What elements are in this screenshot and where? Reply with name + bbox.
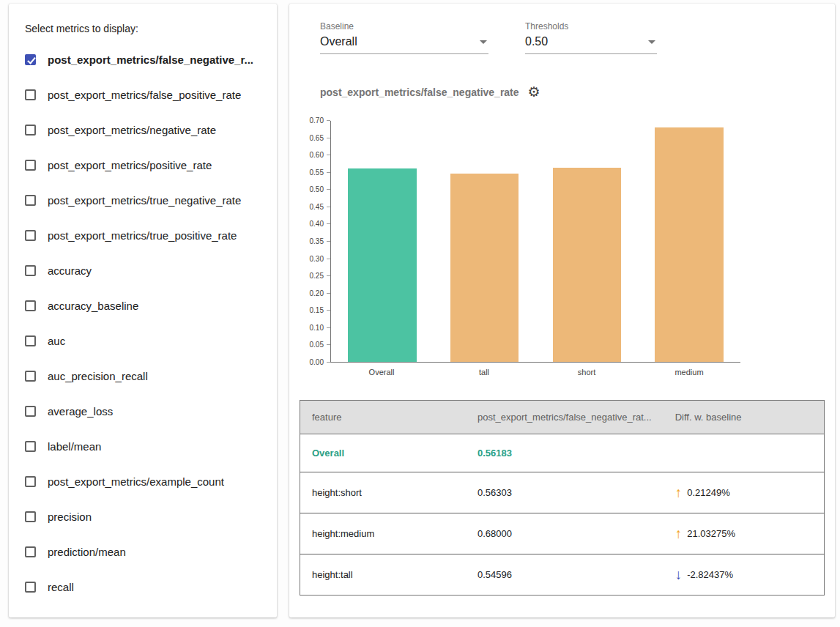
checkbox-unchecked-icon[interactable] — [25, 335, 36, 346]
feature-cell: height:short — [300, 472, 466, 513]
bar-Overall[interactable] — [348, 168, 417, 362]
feature-cell: height:medium — [300, 513, 466, 554]
bar-slot — [536, 121, 639, 362]
arrow-down-icon: ↓ — [675, 568, 683, 582]
metric-checkbox-item[interactable]: prediction/mean — [25, 534, 268, 569]
diff-inner: ↓-2.82437% — [675, 568, 812, 582]
checkbox-unchecked-icon[interactable] — [25, 125, 36, 136]
diff-cell: ↑0.21249% — [664, 472, 825, 513]
metric-checkbox-item[interactable]: post_export_metrics/positive_rate — [25, 147, 268, 182]
metric-label: post_export_metrics/negative_rate — [48, 124, 216, 136]
chart-header: post_export_metrics/false_negative_rate … — [320, 85, 825, 99]
y-axis-tick-label: 0.25 — [310, 272, 324, 280]
checkbox-unchecked-icon[interactable] — [25, 476, 36, 487]
x-axis-label: Overall — [330, 368, 433, 376]
x-axis-label: tall — [433, 368, 535, 376]
y-axis-tick-label: 0.30 — [310, 256, 324, 263]
checkbox-checked-icon[interactable] — [25, 54, 36, 65]
x-axis-labels: Overalltallshortmedium — [330, 363, 740, 376]
bar-tall[interactable] — [450, 174, 519, 362]
thresholds-dropdown-label: Thresholds — [525, 21, 657, 31]
thresholds-dropdown[interactable]: Thresholds 0.50 — [525, 21, 657, 54]
checkbox-unchecked-icon[interactable] — [25, 511, 36, 522]
metric-list: post_export_metrics/false_negative_r...p… — [25, 42, 268, 604]
chart-controls: Baseline Overall Thresholds 0.50 — [300, 21, 825, 54]
table-header-row: featurepost_export_metrics/false_negativ… — [300, 401, 825, 434]
table-row: Overall0.56183 — [300, 434, 825, 472]
metric-checkbox-item[interactable]: accuracy_baseline — [25, 288, 268, 323]
diff-inner: ↑0.21249% — [675, 486, 812, 500]
chevron-down-icon — [480, 40, 487, 44]
diff-value: 21.03275% — [687, 528, 735, 539]
checkbox-unchecked-icon[interactable] — [25, 546, 36, 557]
thresholds-dropdown-value-row[interactable]: 0.50 — [525, 35, 657, 54]
y-axis-tick-label: 0.45 — [310, 204, 324, 211]
baseline-dropdown-value-row[interactable]: Overall — [320, 35, 488, 54]
metric-label: recall — [48, 581, 74, 593]
metric-checkbox-item[interactable]: accuracy — [25, 253, 268, 288]
metric-checkbox-item[interactable]: post_export_metrics/true_negative_rate — [25, 182, 268, 218]
checkbox-unchecked-icon[interactable] — [25, 406, 36, 417]
metric-checkbox-item[interactable]: recall — [25, 569, 268, 604]
metric-label: label/mean — [48, 440, 101, 453]
checkbox-unchecked-icon[interactable] — [25, 265, 36, 276]
checkbox-unchecked-icon[interactable] — [25, 371, 36, 382]
metrics-display-panel: Baseline Overall Thresholds 0.50 post_ex… — [289, 4, 835, 617]
bar-chart: 0.000.050.100.150.200.250.300.350.400.45… — [302, 121, 825, 376]
checkbox-unchecked-icon[interactable] — [25, 89, 36, 100]
table-row: height:short0.56303↑0.21249% — [300, 472, 825, 513]
y-axis-tick-label: 0.50 — [310, 186, 324, 193]
metric-select-title: Select metrics to display: — [25, 23, 268, 34]
checkbox-unchecked-icon[interactable] — [25, 300, 36, 311]
metric-checkbox-item[interactable]: auc — [25, 323, 268, 358]
checkbox-unchecked-icon[interactable] — [25, 230, 36, 241]
y-axis-tick-label: 0.70 — [310, 117, 324, 125]
table-row: height:medium0.68000↑21.03275% — [300, 513, 825, 554]
thresholds-dropdown-value: 0.50 — [525, 35, 548, 48]
metric-label: accuracy — [48, 264, 92, 277]
metric-checkbox-item[interactable]: post_export_metrics/negative_rate — [25, 112, 268, 147]
value-cell: 0.56303 — [466, 472, 664, 513]
checkbox-unchecked-icon[interactable] — [25, 160, 36, 171]
bar-slot — [638, 121, 740, 362]
y-axis-tick-label: 0.15 — [310, 307, 324, 314]
metric-checkbox-item[interactable]: post_export_metrics/false_positive_rate — [25, 77, 268, 112]
checkbox-unchecked-icon[interactable] — [25, 195, 36, 206]
metric-checkbox-item[interactable]: average_loss — [25, 393, 268, 428]
checkbox-unchecked-icon[interactable] — [25, 441, 36, 452]
metric-label: post_export_metrics/true_positive_rate — [48, 229, 237, 242]
table-row: height:tall0.54596↓-2.82437% — [300, 554, 825, 596]
metric-checkbox-item[interactable]: post_export_metrics/example_count — [25, 464, 268, 499]
table-header-cell: feature — [300, 401, 466, 434]
gear-icon[interactable]: ⚙ — [528, 85, 540, 99]
fairness-metrics-app: Select metrics to display: post_export_m… — [0, 0, 840, 617]
metric-label: prediction/mean — [48, 546, 126, 558]
bar-medium[interactable] — [655, 127, 724, 362]
y-axis-tick-label: 0.00 — [310, 359, 324, 366]
metric-checkbox-item[interactable]: precision — [25, 499, 268, 534]
metric-label: post_export_metrics/true_negative_rate — [48, 194, 241, 207]
bar-slot — [331, 121, 434, 362]
metric-checkbox-item[interactable]: post_export_metrics/true_positive_rate — [25, 218, 268, 253]
metric-label: average_loss — [48, 405, 113, 418]
y-axis: 0.000.050.100.150.200.250.300.350.400.45… — [302, 121, 330, 363]
arrow-up-icon: ↑ — [675, 527, 683, 541]
metric-checkbox-item[interactable]: auc_precision_recall — [25, 358, 268, 393]
metric-checkbox-item[interactable]: label/mean — [25, 428, 268, 464]
baseline-dropdown[interactable]: Baseline Overall — [320, 21, 488, 54]
feature-cell: height:tall — [300, 554, 466, 596]
metric-label: auc_precision_recall — [48, 370, 148, 382]
checkbox-unchecked-icon[interactable] — [25, 582, 36, 593]
table-body: Overall0.56183height:short0.56303↑0.2124… — [300, 434, 825, 596]
y-axis-tick-label: 0.55 — [310, 169, 324, 177]
bar-short[interactable] — [553, 168, 622, 362]
chart-title: post_export_metrics/false_negative_rate — [320, 86, 519, 98]
metric-select-panel: Select metrics to display: post_export_m… — [9, 4, 277, 617]
x-axis-label: short — [535, 368, 638, 376]
metric-checkbox-item[interactable]: post_export_metrics/false_negative_r... — [25, 42, 268, 77]
diff-cell: ↑21.03275% — [664, 513, 825, 554]
table-header-cell: Diff. w. baseline — [664, 401, 825, 434]
y-axis-tick-label: 0.05 — [310, 341, 324, 349]
diff-value: -2.82437% — [687, 569, 733, 580]
metric-label: post_export_metrics/false_negative_r... — [48, 53, 253, 66]
